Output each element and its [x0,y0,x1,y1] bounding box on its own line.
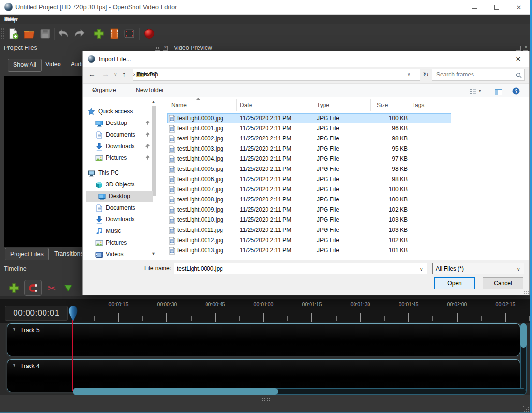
help-button[interactable]: ? [512,84,520,97]
file-row[interactable]: testLight.0008.jpg11/25/2020 2:11 PMJPG … [160,195,529,205]
dialog-footer: File name: testLight.0000.jpg ∨ All File… [83,260,529,295]
file-row[interactable]: testLight.0003.jpg11/25/2020 2:11 PMJPG … [160,144,529,154]
sidebar-item-videos[interactable]: Videos [83,249,160,260]
open-project-button[interactable] [22,26,36,41]
splitter-grip[interactable] [261,398,271,401]
close-panel-icon[interactable]: ✕ [523,46,528,51]
window-titlebar: Untitled Project [HD 720p 30 fps] - Open… [0,0,532,15]
forward-button[interactable]: → [102,70,109,78]
track-collapse-chevron-icon[interactable]: ▼ [12,363,16,367]
file-row[interactable]: testLight.0006.jpg11/25/2020 2:11 PMJPG … [160,174,529,184]
sidebar-item-pictures[interactable]: Pictures [83,153,160,164]
toolbar-grip[interactable] [1,28,5,40]
sidebar-item-pictures[interactable]: Pictures [83,237,160,249]
dialog-resize-grip[interactable] [524,291,529,295]
new-folder-button[interactable]: New folder [136,84,163,97]
organize-button[interactable]: Organize ▼ [92,84,96,97]
recent-locations-chevron[interactable]: ∨ [114,72,117,76]
ruler-minor-tick [481,316,482,321]
choose-profile-button[interactable] [107,26,121,41]
undo-button[interactable] [56,26,71,41]
track-collapse-chevron-icon[interactable]: ▼ [12,327,16,332]
close-panel-icon[interactable]: ✕ [163,46,168,51]
address-bar[interactable]: ›This PC›Desktop›frames ∨ [133,69,420,81]
file-row[interactable]: testLight.0000.jpg11/25/2020 2:11 PMJPG … [160,113,529,123]
sidebar-item-downloads[interactable]: Downloads [83,141,160,153]
open-button[interactable]: Open [434,277,475,289]
up-button[interactable]: ↑ [122,70,126,78]
timeline-vertical-scrollbar-thumb[interactable] [520,323,527,348]
file-row[interactable]: testLight.0011.jpg11/25/2020 2:11 PMJPG … [160,225,529,235]
timeline-horizontal-scrollbar-thumb[interactable] [73,388,278,395]
close-button[interactable]: ✕ [508,0,530,15]
file-type-select[interactable]: All Files (*) ∨ [432,263,524,274]
file-row[interactable]: testLight.0010.jpg11/25/2020 2:11 PMJPG … [160,215,529,225]
sidebar-item-3d-objects[interactable]: 3D Objects [83,179,160,191]
monitor-icon [98,193,106,200]
file-type: JPG File [317,164,339,174]
sidebar-item-music[interactable]: Music [83,226,160,237]
sidebar-section-quick-access[interactable]: Quick access [83,106,160,118]
menu-help[interactable]: Help [0,15,22,24]
export-video-button[interactable] [142,26,156,41]
file-name: testLight.0011.jpg [177,225,223,235]
razor-button[interactable]: ✂ [44,280,60,296]
refresh-icon[interactable]: ↻ [421,69,430,81]
sidebar-item-documents[interactable]: Documents [83,129,160,141]
sidebar-item-desktop[interactable]: Desktop [86,191,153,202]
redo-button[interactable] [72,26,87,41]
timeline-track-4[interactable]: ▼Track 4 [7,359,520,392]
column-header-name[interactable]: Name [171,100,187,110]
sidebar-scroll-up-icon[interactable]: ▲ [151,99,156,104]
tab-project-files[interactable]: Project Files [5,248,49,260]
file-row[interactable]: testLight.0005.jpg11/25/2020 2:11 PMJPG … [160,164,529,174]
column-header-date[interactable]: Date [240,100,252,110]
file-row[interactable]: testLight.0007.jpg11/25/2020 2:11 PMJPG … [160,184,529,195]
file-row[interactable]: testLight.0001.jpg11/25/2020 2:11 PMJPG … [160,123,529,134]
dialog-navigation-bar: ← → ∨ ↑ ›This PC›Desktop›frames ∨ ↻ Sear… [83,67,529,83]
file-name-dropdown-chevron[interactable]: ∨ [420,267,423,272]
timeline-ruler[interactable]: 00:00:00:01 00:00:1500:00:3000:00:4500:0… [0,299,530,323]
column-header-tags[interactable]: Tags [412,100,424,110]
back-button[interactable]: ← [89,70,96,78]
view-mode-button[interactable]: ▼ [470,84,482,97]
import-files-button[interactable] [91,26,106,41]
preview-pane-button[interactable] [495,84,502,97]
float-panel-icon[interactable] [155,46,160,51]
file-row[interactable]: testLight.0009.jpg11/25/2020 2:11 PMJPG … [160,205,529,215]
column-header-type[interactable]: Type [317,100,329,110]
sidebar-item-documents[interactable]: Documents [83,202,160,214]
file-row[interactable]: testLight.0004.jpg11/25/2020 2:11 PMJPG … [160,154,529,164]
sidebar-item-label: Pictures [106,239,127,246]
computer-icon [88,169,95,177]
filter-show-all-button[interactable]: Show All [8,59,42,72]
ruler-time-label: 00:00:45 [206,301,225,307]
file-row[interactable]: testLight.0013.jpg11/25/2020 2:11 PMJPG … [160,245,529,256]
save-project-button[interactable] [38,26,52,41]
snapping-button[interactable] [24,280,42,296]
fullscreen-button[interactable] [122,26,136,41]
float-panel-icon[interactable] [516,46,521,51]
file-name-input[interactable]: testLight.0000.jpg ∨ [174,263,427,274]
breadcrumb-frames[interactable]: frames [133,69,158,80]
sidebar-item-desktop[interactable]: Desktop [83,118,160,129]
sidebar-item-label: Videos [106,251,123,258]
filter-video-button[interactable]: Video [41,59,66,72]
file-size: 101 KB [363,245,408,256]
playhead-marker[interactable] [68,306,78,322]
search-box[interactable]: Search frames [432,69,525,81]
minimize-button[interactable] [463,0,486,15]
sidebar-section-this-pc[interactable]: This PC [83,168,160,179]
add-marker-button[interactable] [60,280,76,296]
cancel-button[interactable]: Cancel [483,277,523,289]
file-row[interactable]: testLight.0002.jpg11/25/2020 2:11 PMJPG … [160,134,529,144]
file-row[interactable]: testLight.0012.jpg11/25/2020 2:11 PMJPG … [160,235,529,245]
add-track-button[interactable] [6,280,22,296]
column-header-size[interactable]: Size [377,100,388,110]
new-project-button[interactable] [6,26,20,41]
timeline-track-5[interactable]: ▼Track 5 [7,323,520,356]
address-dropdown-chevron[interactable]: ∨ [407,72,411,76]
maximize-button[interactable] [486,0,508,15]
sidebar-item-downloads[interactable]: Downloads [83,214,160,226]
dialog-close-button[interactable]: ✕ [507,51,529,67]
